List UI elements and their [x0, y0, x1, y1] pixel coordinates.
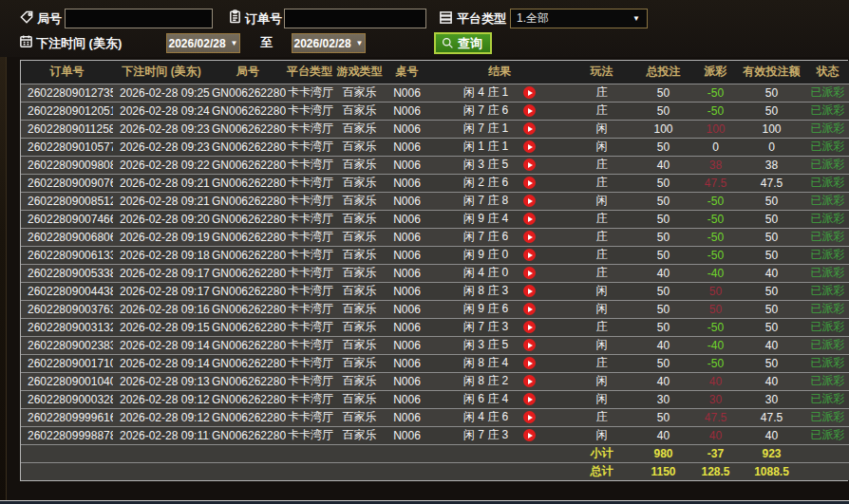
platform-cell: 卡卡湾厅 — [286, 156, 333, 174]
status-cell: 已派彩 — [806, 354, 849, 372]
table-row: 2602280900851292026-02-28 09:21:04GN0062… — [21, 192, 849, 210]
table-row: 2602280900238372026-02-28 09:14:59GN0062… — [21, 336, 849, 354]
total-bet-cell: 50 — [632, 318, 694, 336]
play-type-cell: 闲 — [571, 282, 632, 300]
table-no-cell: N006 — [386, 282, 428, 300]
order-cell: 260228090105777 — [21, 138, 113, 156]
play-replay-icon[interactable] — [523, 159, 536, 171]
grand-total-valid-bet: 1088.5 — [737, 462, 806, 480]
subtotal-valid-bet: 923 — [737, 444, 806, 462]
result-cell: 闲 7 庄 8 — [428, 192, 571, 210]
table-row: 2602280900907622026-02-28 09:21:41GN0062… — [21, 174, 849, 192]
platform-cell: 卡卡湾厅 — [286, 246, 333, 264]
table-no-cell: N006 — [386, 354, 428, 372]
status-cell: 已派彩 — [806, 408, 849, 426]
play-replay-icon[interactable] — [523, 321, 536, 333]
play-replay-icon[interactable] — [523, 339, 536, 351]
status-cell: 已派彩 — [806, 228, 849, 246]
column-header: 总投注 — [632, 61, 694, 84]
payout-cell: -40 — [694, 264, 737, 282]
game-type-cell: 百家乐 — [333, 102, 386, 120]
bet-time-cell: 2026-02-28 09:18:43 — [113, 246, 210, 264]
play-replay-icon[interactable] — [523, 375, 536, 387]
payout-cell: -50 — [694, 210, 737, 228]
date-from-picker[interactable]: 2026/02/28 ▼ — [166, 33, 240, 53]
payout-cell: 40 — [694, 372, 737, 390]
game-type-cell: 百家乐 — [333, 336, 386, 354]
payout-cell: -50 — [694, 354, 737, 372]
chevron-down-icon: ▼ — [231, 39, 238, 47]
bet-time-cell: 2026-02-28 09:21:04 — [113, 192, 210, 210]
result-text: 闲 7 庄 3 — [463, 427, 508, 443]
table-no-cell: N006 — [386, 84, 428, 102]
bet-time-cell: 2026-02-28 09:21:41 — [113, 174, 210, 192]
play-replay-icon[interactable] — [523, 177, 536, 189]
subtotal-payout: -37 — [694, 444, 737, 462]
result-cell: 闲 7 庄 3 — [428, 426, 571, 444]
play-replay-icon[interactable] — [523, 122, 536, 135]
play-replay-icon[interactable] — [523, 411, 536, 423]
total-bet-cell: 50 — [632, 102, 694, 120]
total-bet-cell: 50 — [632, 354, 694, 372]
result-text: 闲 9 庄 0 — [463, 247, 508, 263]
game-type-cell: 百家乐 — [333, 228, 386, 246]
play-replay-icon[interactable] — [523, 195, 536, 207]
round-number-input[interactable] — [65, 9, 213, 28]
status-cell: 已派彩 — [806, 102, 849, 120]
bet-time-cell: 2026-02-28 09:22:23 — [113, 156, 210, 174]
play-replay-icon[interactable] — [523, 303, 536, 315]
valid-bet-cell: 40 — [737, 264, 806, 282]
round-cell: GN006262280L0 — [210, 282, 286, 300]
subtotal-label: 小计 — [571, 444, 632, 462]
order-cell: 260228090003287 — [21, 390, 113, 408]
play-replay-icon[interactable] — [523, 429, 536, 441]
play-replay-icon[interactable] — [523, 393, 536, 405]
round-cell: GN006262280L8 — [210, 138, 286, 156]
play-replay-icon[interactable] — [523, 213, 536, 225]
play-type-cell: 闲 — [571, 336, 632, 354]
platform-cell: 卡卡湾厅 — [286, 354, 333, 372]
column-header: 订单号 — [21, 61, 113, 84]
column-header: 局号 — [210, 61, 286, 84]
table-row: 2602280999961612026-02-28 09:12:04GN0062… — [21, 408, 849, 426]
play-replay-icon[interactable] — [523, 104, 536, 117]
play-type-cell: 庄 — [571, 264, 632, 282]
table-no-cell: N006 — [386, 318, 428, 336]
query-button[interactable]: 查询 — [434, 32, 492, 54]
payout-cell: 30 — [694, 390, 737, 408]
table-row: 2602280999887892026-02-28 09:11:19GN0062… — [21, 426, 849, 444]
play-replay-icon[interactable] — [523, 231, 536, 243]
valid-bet-cell: 47.5 — [737, 408, 806, 426]
bet-time-cell: 2026-02-28 09:20:00 — [113, 210, 210, 228]
platform-type-select[interactable]: 1.全部 ▼ — [510, 9, 648, 28]
play-type-cell: 庄 — [571, 318, 632, 336]
result-text: 闲 7 庄 1 — [463, 121, 508, 137]
tag-icon — [20, 10, 34, 25]
date-to-picker[interactable]: 2026/02/28 ▼ — [292, 33, 366, 53]
status-cell: 已派彩 — [806, 210, 849, 228]
game-type-cell: 百家乐 — [333, 408, 386, 426]
status-cell: 已派彩 — [806, 84, 849, 102]
clipboard-icon — [228, 9, 242, 24]
payout-cell: -50 — [694, 246, 737, 264]
game-type-cell: 百家乐 — [333, 318, 386, 336]
play-replay-icon[interactable] — [523, 140, 536, 153]
bet-records-table: 订单号下注时间 (美东)局号平台类型游戏类型桌号结果玩法总投注派彩有效投注额状态… — [20, 60, 848, 481]
play-replay-icon[interactable] — [523, 285, 536, 297]
table-row: 2602280901057772026-02-28 09:23:05GN0062… — [21, 138, 849, 156]
payout-cell: -50 — [694, 228, 737, 246]
play-replay-icon[interactable] — [523, 267, 536, 279]
calendar-icon — [19, 34, 33, 48]
column-header: 有效投注额 — [737, 61, 806, 84]
round-cell: GN006262280L6 — [210, 174, 286, 192]
play-replay-icon[interactable] — [523, 249, 536, 261]
status-cell: 已派彩 — [806, 156, 849, 174]
play-replay-icon[interactable] — [523, 357, 536, 369]
play-replay-icon[interactable] — [523, 86, 536, 99]
round-number-label: 局号 — [37, 10, 62, 28]
result-text: 闲 9 庄 6 — [463, 301, 508, 317]
column-header: 桌号 — [386, 61, 428, 84]
order-number-input[interactable] — [284, 9, 426, 28]
platform-cell: 卡卡湾厅 — [286, 102, 333, 120]
status-cell: 已派彩 — [806, 120, 849, 138]
